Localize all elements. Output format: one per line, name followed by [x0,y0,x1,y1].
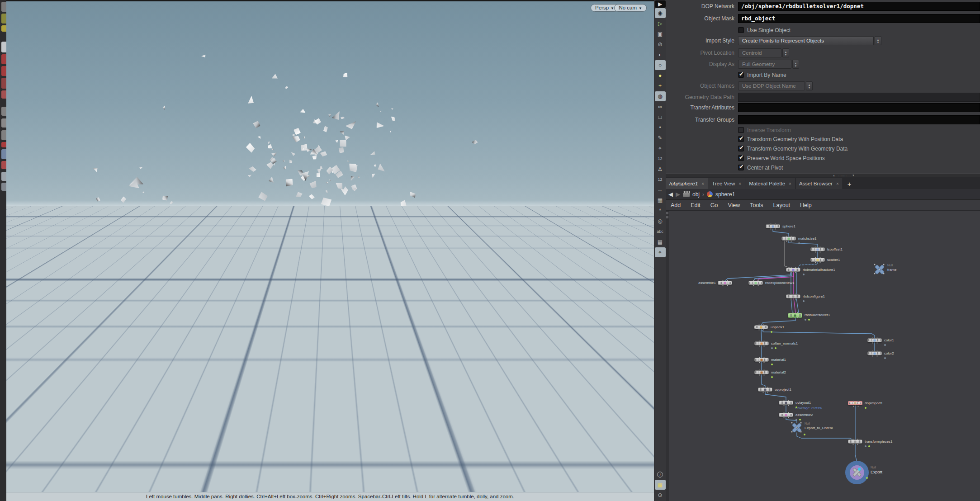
param-dropdown-display-as[interactable]: Full Geometry [738,60,791,69]
node-export-to-unreal[interactable] [792,423,802,433]
point-numbers-icon[interactable]: 12 [655,154,666,164]
menu-help[interactable]: Help [795,200,817,211]
param-dropdown-object-names[interactable]: Use DOP Object Name [738,81,805,90]
checkbox-center-at-pivot[interactable]: ✔ [738,165,744,170]
hull-icon[interactable]: ⌢ [655,185,666,195]
node-rbdconfigure1[interactable] [786,294,800,298]
node-label-assemble1[interactable]: assemble1 [698,281,716,285]
isolate-objects-icon[interactable]: □ [655,112,666,122]
network-menu-bar[interactable]: AddEditGoViewToolsLayoutHelp [666,200,980,211]
splitter-grab-handle[interactable]: ::::::: [838,174,847,177]
left-shelf-toolbar[interactable] [0,0,6,501]
node-flag-gray[interactable] [884,344,886,346]
node-flag-green[interactable] [866,477,868,479]
node-label-dopimport1[interactable]: dopimport1 [865,401,883,405]
node-label-isooffset1[interactable]: isooffset1 [827,247,843,251]
prim-normals-icon[interactable]: ∆ [655,164,666,174]
origin-gnomon-icon[interactable]: ◎ [655,216,666,226]
select-mode-icon[interactable]: ▷ [655,19,666,28]
shelf-tool-icon-7[interactable] [1,90,6,99]
prim-numbers-icon[interactable]: 12 [655,175,666,184]
node-label-uvlayout1[interactable]: uvlayout1 [795,401,811,405]
group-list-icon[interactable]: ▦ [655,195,666,205]
display-options-toolbar[interactable]: ▶◉▷▣⊘◐○●+◍∞□•✎⌖12∆12⌢▦*◎abc▤⌖ i▦⊙ [654,0,666,501]
node-label-transformpieces1[interactable]: transformpieces1 [865,440,892,444]
splitter-collapse-up[interactable]: ▲ [833,174,835,177]
eye-icon[interactable]: ⊙ [655,490,666,500]
ghost-objects-icon[interactable]: ∞ [655,102,666,112]
new-tab-button[interactable]: + [843,178,856,189]
node-flag-green[interactable] [804,434,805,435]
node-flag-green[interactable] [771,331,772,333]
node-flag-green[interactable] [868,445,870,447]
checkbox-import-by-name[interactable]: ✔ [738,72,744,78]
node-label-sphere1[interactable]: sphere1 [782,224,795,228]
node-transformpieces1[interactable] [848,440,862,444]
shelf-tool-icon-1[interactable] [1,14,6,24]
checkbox-preserve-world-space-positions[interactable]: ✔ [738,155,744,161]
tab-obj-sphere1[interactable]: /obj/sphere1× [666,178,708,189]
shelf-tool-icon-6[interactable] [1,78,6,89]
pane-menu-icon[interactable]: ▶ [655,0,666,8]
smooth-shaded-icon[interactable]: ◍ [655,91,666,101]
node-unpack1[interactable] [754,325,768,329]
menu-tools[interactable]: Tools [745,200,768,211]
node-matchsize1[interactable] [781,236,796,241]
node-flag-gray[interactable] [803,300,805,302]
lock-icon[interactable]: ▣ [655,29,666,39]
node-flag-gray[interactable] [803,274,805,275]
view-pin-icon[interactable]: ⌖ [655,247,666,257]
node-flag-green[interactable] [799,419,801,421]
param-input-object-mask[interactable]: rbd_object [738,14,980,23]
node-flag-green[interactable] [771,376,773,378]
param-spinner-display-as[interactable]: ▲▼ [792,60,799,69]
checkbox-transform-geometry-with-geometry-data[interactable]: ✔ [738,146,744,151]
node-label-scatter1[interactable]: scatter1 [827,258,840,262]
node-label-matchsize1[interactable]: matchsize1 [798,236,816,241]
node-rbdexplodedview1[interactable] [748,281,763,285]
param-spinner-pivot-location[interactable]: ▲▼ [782,48,789,57]
node-material1[interactable] [754,358,769,362]
node-assemble2[interactable] [779,413,793,417]
node-uvproject1[interactable] [758,388,772,392]
node-label-unpack1[interactable]: unpack1 [771,325,784,329]
node-label-frame[interactable]: frame [887,268,896,272]
node-label-rbdbulletsolver1[interactable]: rbdbulletsolver1 [805,313,830,317]
node-label-rbdexplodedview1[interactable]: rbdexplodedview1 [765,281,795,285]
tab-close-icon[interactable]: × [789,181,791,186]
menu-add[interactable]: Add [666,200,686,211]
headlight-icon[interactable]: ◐ [655,50,666,60]
shelf-tool-icon-0[interactable] [1,2,6,12]
pin-icon[interactable]: ⌖ [655,143,666,153]
param-input-dop-network[interactable]: /obj/sphere1/rbdbulletsolver1/dopnet [738,2,980,11]
scene-viewport[interactable]: 0-25-50 Persp▼ No cam▼ Left mouse tumble… [6,0,654,501]
node-label-material2[interactable]: material2 [771,370,786,374]
node-dopimport1[interactable] [848,401,862,405]
checkbox-inverse-transform[interactable] [738,127,744,133]
node-label-export[interactable]: Export [871,470,882,474]
camera-select-button[interactable]: No cam▼ [614,4,647,12]
node-flag-gray[interactable] [798,242,800,244]
tab-asset-browser[interactable]: Asset Browser× [795,178,843,189]
node-flag-green[interactable] [771,364,773,365]
splitter-collapse-down[interactable]: ▼ [852,174,855,177]
snapshot-icon[interactable]: ▤ [655,237,666,247]
node-label-material1[interactable]: material1 [771,358,786,362]
pane-layout-icon[interactable]: ▦ [655,480,666,490]
brush-icon[interactable]: ✎ [655,133,666,143]
node-soften-normals1[interactable] [754,341,769,345]
tab-close-icon[interactable]: × [701,181,704,186]
shelf-tool-icon-2[interactable] [1,25,6,32]
node-flag-green[interactable] [775,347,776,349]
node-label-rbdmaterialfracture1[interactable]: rbdmaterialfracture1 [803,268,835,272]
breadcrumb-root[interactable]: obj [692,191,700,198]
node-assemble1[interactable] [718,281,732,285]
node-isooffset1[interactable] [810,247,825,251]
node-flag-gray[interactable] [771,347,773,349]
normal-lights-icon[interactable]: ● [655,71,666,80]
tab-tree-view[interactable]: Tree View× [708,178,745,189]
shelf-tool-icon-9[interactable] [1,118,6,128]
menu-edit[interactable]: Edit [686,200,705,211]
param-dropdown-pivot-location[interactable]: Centroid [738,48,781,57]
node-flag-gray[interactable] [795,419,797,421]
